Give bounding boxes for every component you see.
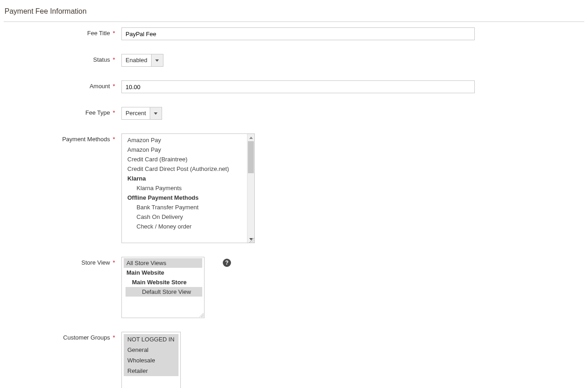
list-item[interactable]: Check / Money order [122, 222, 247, 231]
fee-type-value: Percent [122, 107, 150, 119]
row-fee-title: Fee Title* [4, 27, 584, 40]
label-text: Store View [81, 259, 110, 266]
list-item[interactable]: General [124, 345, 178, 355]
fee-title-input[interactable] [121, 27, 475, 40]
list-item[interactable]: Amazon Pay [122, 145, 247, 154]
status-value: Enabled [122, 54, 151, 66]
resize-handle-icon[interactable] [248, 236, 254, 243]
label-status: Status* [4, 54, 121, 63]
list-group: Klarna [122, 174, 247, 183]
required-asterisk: * [113, 334, 115, 341]
required-asterisk: * [113, 83, 115, 90]
list-item[interactable]: Default Store View [126, 287, 202, 297]
label-text: Fee Type [85, 109, 110, 116]
label-fee-type: Fee Type* [4, 107, 121, 116]
list-item[interactable]: Bank Transfer Payment [122, 202, 247, 212]
list-item[interactable]: Credit Card Direct Post (Authorize.net) [122, 164, 247, 174]
row-amount: Amount* [4, 80, 584, 93]
fee-type-select[interactable]: Percent [121, 107, 162, 120]
payment-methods-list[interactable]: Amazon PayAmazon PayCredit Card (Braintr… [122, 134, 247, 243]
list-item[interactable]: Credit Card (Braintree) [122, 154, 247, 164]
resize-handle-icon[interactable] [198, 312, 204, 317]
list-group: Main Website [122, 268, 204, 277]
list-item[interactable]: NOT LOGGED IN [124, 334, 178, 345]
label-text: Status [93, 56, 110, 63]
label-store-view: Store View* [4, 257, 121, 266]
label-text: Customer Groups [63, 334, 110, 341]
list-item[interactable]: Klarna Payments [122, 183, 247, 193]
row-store-view: Store View* All Store ViewsMain WebsiteM… [4, 257, 584, 318]
required-asterisk: * [113, 259, 115, 266]
row-customer-groups: Customer Groups* NOT LOGGED INGeneralWho… [4, 332, 584, 388]
list-item[interactable]: Retailer [124, 366, 178, 376]
payment-methods-multiselect[interactable]: Amazon PayAmazon PayCredit Card (Braintr… [121, 133, 255, 243]
scroll-up-icon[interactable] [247, 134, 254, 141]
required-asterisk: * [113, 56, 115, 63]
row-payment-methods: Payment Methods* Amazon PayAmazon PayCre… [4, 133, 584, 243]
required-asterisk: * [113, 109, 115, 116]
required-asterisk: * [113, 30, 115, 37]
list-item[interactable]: Cash On Delivery [122, 212, 247, 222]
store-view-multiselect[interactable]: All Store ViewsMain WebsiteMain Website … [121, 257, 205, 318]
list-item[interactable]: Wholesale [124, 355, 178, 366]
list-item[interactable]: All Store Views [124, 258, 202, 268]
customer-groups-selection[interactable]: NOT LOGGED INGeneralWholesaleRetailer [124, 334, 178, 376]
label-fee-title: Fee Title* [4, 27, 121, 37]
status-select[interactable]: Enabled [121, 54, 163, 67]
list-group: Offline Payment Methods [122, 193, 247, 202]
chevron-down-icon[interactable] [151, 54, 163, 66]
customer-groups-multiselect[interactable]: NOT LOGGED INGeneralWholesaleRetailer [121, 332, 181, 388]
list-item[interactable]: Amazon Pay [122, 135, 247, 145]
row-fee-type: Fee Type* Percent [4, 107, 584, 120]
required-asterisk: * [113, 136, 115, 143]
help-icon[interactable]: ? [223, 259, 231, 267]
label-text: Fee Title [87, 30, 110, 37]
scroll-thumb[interactable] [248, 141, 254, 173]
section-title: Payment Fee Information [4, 5, 584, 22]
amount-input[interactable] [121, 80, 475, 93]
row-status: Status* Enabled [4, 54, 584, 67]
chevron-down-icon[interactable] [150, 107, 162, 119]
label-text: Payment Methods [62, 136, 110, 143]
payment-fee-form: Payment Fee Information Fee Title* Statu… [0, 0, 588, 388]
label-customer-groups: Customer Groups* [4, 332, 121, 341]
list-subgroup: Main Website Store [122, 277, 204, 287]
label-amount: Amount* [4, 80, 121, 90]
scrollbar[interactable] [247, 134, 254, 243]
label-text: Amount [89, 83, 110, 90]
label-payment-methods: Payment Methods* [4, 133, 121, 143]
